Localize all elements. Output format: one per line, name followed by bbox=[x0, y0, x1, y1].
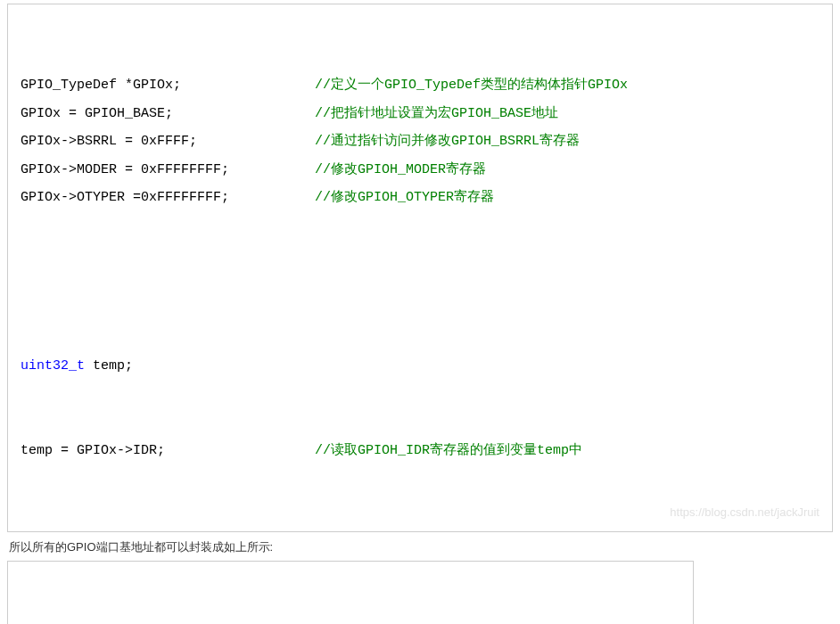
code-comment: //修改GPIOH_MODER寄存器 bbox=[315, 156, 486, 185]
code-line: GPIOx = GPIOH_BASE;//把指针地址设置为宏GPIOH_BASE… bbox=[21, 100, 819, 128]
code-line-decl: uint32_t temp; bbox=[21, 352, 819, 381]
type-keyword: uint32_t bbox=[21, 358, 85, 374]
code-text: GPIOx->MODER = 0xFFFFFFFF; bbox=[21, 156, 315, 185]
code-lines-group: GPIO_TypeDef *GPIOx;//定义一个GPIO_TypeDef类型… bbox=[21, 71, 819, 212]
decl-rest: temp; bbox=[85, 358, 133, 374]
code-block-2: /*使用GPIO_TypeDef把地址强制转换成指针*/ #define GPI… bbox=[7, 561, 694, 624]
code-text: GPIOx->BSRRL = 0xFFFF; bbox=[21, 127, 315, 156]
code-text: temp = GPIOx->IDR; bbox=[21, 437, 315, 465]
code-blank-line bbox=[21, 268, 819, 297]
code-text: GPIOx->OTYPER =0xFFFFFFFF; bbox=[21, 184, 315, 212]
code-block-1: GPIO_TypeDef *GPIOx;//定义一个GPIO_TypeDef类型… bbox=[7, 4, 833, 532]
code-line: GPIOx->OTYPER =0xFFFFFFFF;//修改GPIOH_OTYP… bbox=[21, 184, 819, 212]
code-line: GPIO_TypeDef *GPIOx;//定义一个GPIO_TypeDef类型… bbox=[21, 71, 819, 100]
code-text: GPIOx = GPIOH_BASE; bbox=[21, 100, 315, 128]
code-comment: //通过指针访问并修改GPIOH_BSRRL寄存器 bbox=[315, 127, 580, 156]
code-comment: //修改GPIOH_OTYPER寄存器 bbox=[315, 184, 494, 212]
code-text: GPIO_TypeDef *GPIOx; bbox=[21, 71, 315, 100]
code-comment: //定义一个GPIO_TypeDef类型的结构体指针GPIOx bbox=[315, 71, 628, 100]
code-line-last: temp = GPIOx->IDR;//读取GPIOH_IDR寄存器的值到变量t… bbox=[21, 437, 819, 465]
code-comment: //读取GPIOH_IDR寄存器的值到变量temp中 bbox=[315, 437, 582, 465]
caption-text: 所以所有的GPIO端口基地址都可以封装成如上所示: bbox=[9, 539, 833, 555]
code-line: GPIOx->MODER = 0xFFFFFFFF;//修改GPIOH_MODE… bbox=[21, 156, 819, 185]
code-line: GPIOx->BSRRL = 0xFFFF;//通过指针访问并修改GPIOH_B… bbox=[21, 127, 819, 156]
code-comment: //把指针地址设置为宏GPIOH_BASE地址 bbox=[315, 100, 558, 128]
watermark: https://blog.csdn.net/jackJruit bbox=[670, 500, 819, 524]
